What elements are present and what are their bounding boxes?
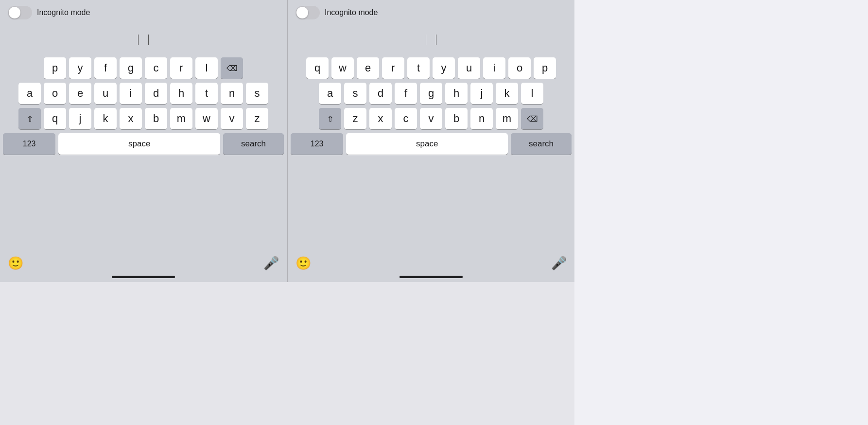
cursor-3	[426, 35, 426, 45]
key-a2[interactable]: a	[319, 83, 341, 104]
key-v[interactable]: v	[221, 108, 243, 129]
key-e2[interactable]: e	[357, 57, 379, 79]
phone-panel-2: Incognito mode q w e r t y u i o p a s d…	[288, 0, 574, 282]
home-bar-1	[112, 276, 175, 278]
key-p2[interactable]: p	[534, 57, 556, 79]
key-q2[interactable]: q	[306, 57, 329, 79]
key-row-1-2: a o e u i d h t n s	[1, 83, 285, 104]
key-h2[interactable]: h	[445, 83, 468, 104]
key-search-2[interactable]: search	[511, 133, 572, 155]
key-y2[interactable]: y	[433, 57, 455, 79]
key-123-2[interactable]: 123	[291, 133, 343, 155]
incognito-label-1: Incognito mode	[37, 8, 90, 17]
key-backspace-2[interactable]: ⌫	[521, 108, 543, 129]
key-h[interactable]: h	[170, 83, 192, 104]
top-bar-1: Incognito mode	[0, 0, 287, 25]
key-j2[interactable]: j	[470, 83, 493, 104]
incognito-toggle-2[interactable]	[295, 6, 320, 19]
phone-panel-1: Incognito mode p y f g c r l ⌫ a o e u i	[0, 0, 287, 282]
emoji-icon-2[interactable]: 🙂	[295, 256, 311, 271]
incognito-toggle-1[interactable]	[8, 6, 32, 19]
key-c2[interactable]: c	[395, 108, 417, 129]
bottom-row-1: 123 space search	[1, 133, 285, 155]
key-space-2[interactable]: space	[346, 133, 508, 155]
key-u[interactable]: u	[94, 83, 117, 104]
key-d2[interactable]: d	[369, 83, 392, 104]
key-v2[interactable]: v	[420, 108, 442, 129]
incognito-toggle-container-2: Incognito mode	[295, 6, 378, 19]
microphone-icon-1[interactable]: 🎤	[263, 256, 279, 271]
key-backspace-1[interactable]: ⌫	[221, 57, 243, 79]
key-q[interactable]: q	[44, 108, 66, 129]
key-o[interactable]: o	[44, 83, 66, 104]
key-n[interactable]: n	[221, 83, 243, 104]
key-f2[interactable]: f	[395, 83, 417, 104]
key-k2[interactable]: k	[496, 83, 518, 104]
key-g2[interactable]: g	[420, 83, 442, 104]
key-row-1-3: ⇧ q j k x b m w v z	[1, 108, 285, 129]
key-c[interactable]: c	[145, 57, 167, 79]
cursor-4	[436, 35, 436, 45]
key-m[interactable]: m	[170, 108, 192, 129]
utility-row-2: 🙂 🎤	[288, 252, 574, 273]
key-shift-2[interactable]: ⇧	[319, 108, 341, 129]
microphone-icon-2[interactable]: 🎤	[551, 256, 567, 271]
toggle-thumb-1	[9, 7, 20, 18]
key-row-1-1: p y f g c r l ⌫	[1, 57, 285, 79]
bottom-row-2: 123 space search	[289, 133, 573, 155]
key-r[interactable]: r	[170, 57, 192, 79]
key-k[interactable]: k	[94, 108, 117, 129]
key-x2[interactable]: x	[369, 108, 392, 129]
home-bar-2	[399, 276, 463, 278]
key-row-2-1: q w e r t y u i o p	[289, 57, 573, 79]
home-indicator-2	[288, 273, 574, 282]
key-i2[interactable]: i	[483, 57, 505, 79]
key-a[interactable]: a	[18, 83, 41, 104]
key-s[interactable]: s	[246, 83, 268, 104]
key-z[interactable]: z	[246, 108, 268, 129]
key-n2[interactable]: n	[470, 108, 493, 129]
key-e[interactable]: e	[69, 83, 91, 104]
key-r2[interactable]: r	[382, 57, 404, 79]
key-f[interactable]: f	[94, 57, 117, 79]
key-row-2-2: a s d f g h j k l	[289, 83, 573, 104]
key-t[interactable]: t	[195, 83, 218, 104]
key-o2[interactable]: o	[508, 57, 531, 79]
backspace-icon-1: ⌫	[226, 64, 238, 73]
key-s2[interactable]: s	[344, 83, 366, 104]
incognito-toggle-container-1: Incognito mode	[8, 6, 90, 19]
cursor-2	[148, 35, 149, 45]
key-l[interactable]: l	[195, 57, 218, 79]
utility-row-1: 🙂 🎤	[0, 252, 287, 273]
key-w[interactable]: w	[195, 108, 218, 129]
key-x[interactable]: x	[120, 108, 142, 129]
key-b[interactable]: b	[145, 108, 167, 129]
key-y[interactable]: y	[69, 57, 91, 79]
shift-icon-2: ⇧	[327, 114, 333, 124]
address-area-2	[288, 25, 574, 54]
key-g[interactable]: g	[120, 57, 142, 79]
key-z2[interactable]: z	[344, 108, 366, 129]
key-search-1[interactable]: search	[223, 133, 284, 155]
incognito-label-2: Incognito mode	[325, 8, 378, 17]
key-m2[interactable]: m	[496, 108, 518, 129]
white-area	[574, 0, 868, 425]
key-space-1[interactable]: space	[58, 133, 220, 155]
key-shift-1[interactable]: ⇧	[18, 108, 41, 129]
key-u2[interactable]: u	[458, 57, 480, 79]
address-area-1	[0, 25, 287, 54]
cursor-1	[138, 35, 139, 45]
key-b2[interactable]: b	[445, 108, 468, 129]
shift-icon-1: ⇧	[27, 114, 33, 124]
key-w2[interactable]: w	[331, 57, 354, 79]
key-p[interactable]: p	[44, 57, 66, 79]
key-d[interactable]: d	[145, 83, 167, 104]
key-l2[interactable]: l	[521, 83, 543, 104]
keyboard-2: q w e r t y u i o p a s d f g h j k l ⇧	[288, 54, 574, 252]
home-indicator-1	[0, 273, 287, 282]
key-123-1[interactable]: 123	[3, 133, 55, 155]
key-i[interactable]: i	[120, 83, 142, 104]
emoji-icon-1[interactable]: 🙂	[8, 256, 23, 271]
key-j[interactable]: j	[69, 108, 91, 129]
key-t2[interactable]: t	[407, 57, 430, 79]
